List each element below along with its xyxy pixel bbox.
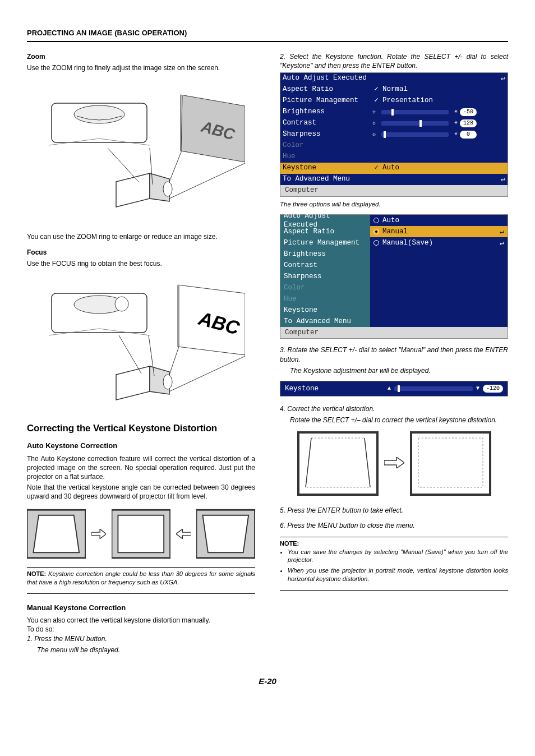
menu-row: Keystone✓Auto: [280, 163, 508, 174]
keystone-bar-label: Keystone: [285, 384, 319, 394]
svg-marker-24: [203, 515, 249, 553]
note-1: NOTE: Keystone correction angle could be…: [27, 570, 255, 587]
keystone-diagram-row: [27, 509, 255, 559]
zoom-heading: Zoom: [27, 52, 255, 61]
auto-keystone-p2: Note that the vertical keystone angle ca…: [27, 483, 255, 501]
menu-row: To Advanced Menu: [280, 316, 370, 327]
arrow-left-icon: [176, 529, 191, 539]
menu-row: Color: [280, 140, 508, 151]
menu-row: Auto Adjust Executed↵: [280, 73, 508, 84]
auto-keystone-heading: Auto Keystone Correction: [27, 441, 255, 451]
menu-row: Hue: [280, 151, 508, 163]
left-column: Zoom Use the ZOOM ring to finely adjust …: [27, 52, 255, 660]
manual-keystone-text: You can also correct the vertical keysto…: [27, 616, 255, 625]
svg-point-3: [74, 105, 124, 123]
svg-marker-14: [116, 366, 150, 400]
zoom-caption: You can use the ZOOM ring to enlarge or …: [27, 232, 255, 241]
keystone-value: -120: [483, 385, 503, 393]
svg-line-17: [119, 335, 141, 374]
right-column: 2. Select the Keystone function. Rotate …: [280, 52, 508, 660]
menu-row: Sharpness: [280, 271, 370, 282]
menu-row: Picture Management: [280, 237, 370, 248]
distortion-after: [410, 431, 491, 496]
rect-center: [112, 509, 170, 559]
menu-row: Color: [280, 282, 370, 293]
note-bullet: When you use the projector in portrait m…: [288, 566, 508, 583]
svg-point-6: [163, 182, 172, 196]
step-3: 3. Rotate the SELECT +/- dial to select …: [280, 345, 508, 363]
step-5: 5. Press the ENTER button to take effect…: [280, 506, 508, 515]
zoom-text: Use the ZOOM ring to finely adjust the i…: [27, 63, 255, 72]
svg-marker-4: [116, 173, 150, 207]
svg-point-13: [115, 297, 128, 311]
note2-label: NOTE:: [280, 540, 299, 547]
step-6: 6. Press the MENU button to close the me…: [280, 521, 508, 530]
note-rule-bottom: [27, 593, 255, 594]
trap-left: [27, 509, 86, 559]
menu-row: Contrast: [280, 260, 370, 271]
note2-bullets: You can save the changes by selecting "M…: [288, 548, 508, 583]
note-bullet: You can save the changes by selecting "M…: [288, 548, 508, 565]
svg-line-7: [108, 148, 139, 182]
menu-row: Aspect Ratio✓Normal: [280, 84, 508, 95]
keystone-heading: Correcting the Vertical Keystone Distort…: [27, 422, 255, 435]
todo-text: To do so:: [27, 625, 255, 634]
arrow-right-icon: [384, 457, 404, 471]
menu-row: Picture Management✓Presentation: [280, 95, 508, 107]
menu-option: Auto: [370, 215, 508, 226]
menu-row: Auto Adjust Executed: [280, 215, 370, 226]
zoom-figure: ABC: [38, 89, 245, 221]
menu-row: Brightness☼☀-50: [280, 107, 508, 118]
note2-rule-top: [280, 537, 508, 537]
menu-row: Keystone: [280, 305, 370, 316]
focus-heading: Focus: [27, 248, 255, 257]
svg-point-16: [163, 375, 172, 389]
menu2-footer: Computer: [280, 327, 508, 338]
header-rule: [27, 41, 508, 42]
trap-right: [196, 509, 255, 559]
menu-option: Manual(Save)↵: [370, 237, 508, 248]
section-header: PROJECTING AN IMAGE (BASIC OPERATION): [27, 28, 508, 38]
step-3-sub: The Keystone adjustment bar will be disp…: [290, 366, 508, 375]
svg-rect-22: [118, 515, 164, 553]
menu-option: Manual↵: [370, 226, 508, 237]
page-number: E-20: [27, 676, 508, 687]
step-1: 1. Press the MENU button.: [27, 634, 255, 643]
menu-screenshot-2: Auto Adjust ExecutedAspect RatioPicture …: [280, 214, 508, 339]
menu-row: Contrast☼☀128: [280, 118, 508, 129]
note2-rule-bottom: [280, 590, 508, 591]
step-4-sub: Rotate the SELECT +/– dial to correct th…: [290, 416, 508, 425]
step-1-sub: The menu will be displayed.: [37, 646, 255, 654]
auto-keystone-p1: The Auto Keystone correction feature wil…: [27, 454, 255, 482]
manual-keystone-heading: Manual Keystone Correction: [27, 603, 255, 613]
step-2: 2. Select the Keystone function. Rotate …: [280, 52, 508, 70]
distortion-diagram-row: [280, 431, 508, 496]
focus-figure: ABC: [38, 279, 245, 411]
menu-row: Brightness: [280, 248, 370, 260]
svg-marker-20: [33, 515, 79, 553]
svg-rect-25: [298, 432, 377, 495]
arrow-right-icon: [91, 529, 107, 539]
menu-row: To Advanced Menu↵: [280, 174, 508, 185]
menu-screenshot-1: Auto Adjust Executed↵Aspect Ratio✓Normal…: [280, 72, 508, 197]
keystone-slider: [394, 386, 473, 391]
menu-row: Hue: [280, 293, 370, 305]
keystone-bar-screenshot: Keystone ▲ ▼ -120: [280, 381, 508, 397]
menu1-caption: The three options will be displayed.: [280, 200, 508, 209]
distortion-before: [297, 431, 379, 496]
svg-rect-29: [411, 432, 490, 495]
focus-text: Use the FOCUS ring to obtain the best fo…: [27, 259, 255, 268]
step-4: 4. Correct the vertical distortion.: [280, 404, 508, 413]
menu-row: Sharpness☼☀0: [280, 129, 508, 140]
note-rule-top: [27, 567, 255, 568]
